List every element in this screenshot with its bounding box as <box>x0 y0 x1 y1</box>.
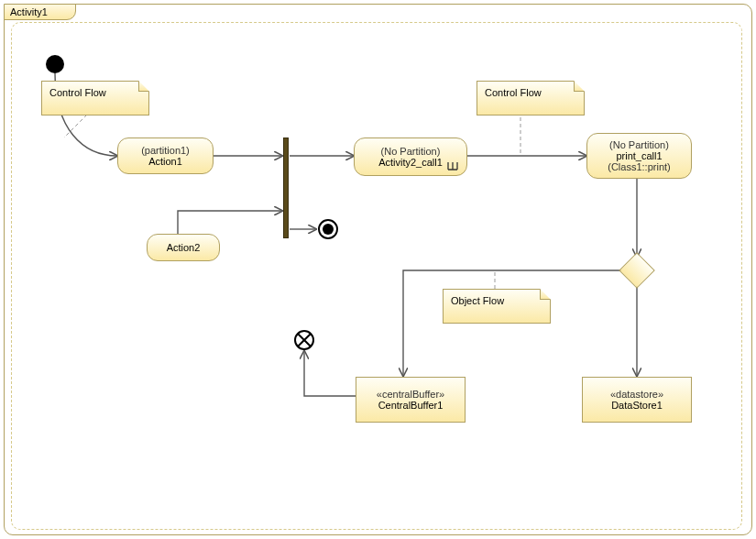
diagram-canvas: Activity1 <box>0 0 756 539</box>
action-name-label: Action1 <box>148 156 182 167</box>
initial-node[interactable] <box>46 55 64 73</box>
note-object-flow[interactable]: Object Flow <box>443 289 551 324</box>
action-action1[interactable]: (partition1) Action1 <box>117 138 214 174</box>
action-partition-label: (partition1) <box>141 145 190 156</box>
object-stereotype-label: «centralBuffer» <box>377 389 444 400</box>
note-label: Control Flow <box>485 87 542 98</box>
note-control-flow-2[interactable]: Control Flow <box>477 81 585 116</box>
action-partition-label: (No Partition) <box>609 139 669 150</box>
action-name-label: Action2 <box>167 242 201 253</box>
flow-final-node[interactable] <box>294 330 314 350</box>
action-sub-label: (Class1::print) <box>608 161 670 172</box>
activity-frame-title: Activity1 <box>4 4 76 20</box>
object-central-buffer[interactable]: «centralBuffer» CentralBuffer1 <box>356 377 466 423</box>
object-name-label: DataStore1 <box>611 400 663 411</box>
object-stereotype-label: «datastore» <box>610 389 663 400</box>
note-label: Object Flow <box>451 295 504 306</box>
rake-icon <box>446 162 459 171</box>
activity-frame-title-label: Activity1 <box>10 6 48 17</box>
note-control-flow-1[interactable]: Control Flow <box>41 81 149 116</box>
action-activity2-call[interactable]: (No Partition) Activity2_call1 <box>354 138 467 176</box>
action-name-label: print_call1 <box>616 150 662 161</box>
note-label: Control Flow <box>49 87 106 98</box>
action-action2[interactable]: Action2 <box>147 234 220 261</box>
object-name-label: CentralBuffer1 <box>378 400 444 411</box>
action-partition-label: (No Partition) <box>381 146 441 157</box>
activity-final-node[interactable] <box>318 219 338 239</box>
object-data-store[interactable]: «datastore» DataStore1 <box>582 377 692 423</box>
action-name-label: Activity2_call1 <box>378 157 443 168</box>
action-print-call[interactable]: (No Partition) print_call1 (Class1::prin… <box>586 133 692 179</box>
fork-bar[interactable] <box>283 138 289 238</box>
